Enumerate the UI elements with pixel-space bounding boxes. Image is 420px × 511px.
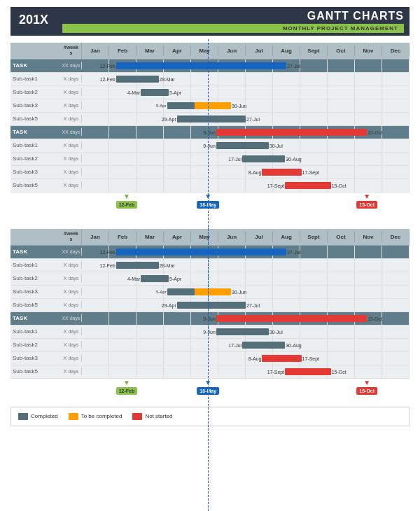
subtask-2-2: Sub-task2 X days 17-Jul 30-Aug	[10, 153, 410, 166]
subtask-2-1-days: X days	[61, 141, 82, 149]
month2-jan: Jan	[82, 232, 109, 242]
task2-2-timeline: 9-Jun 15-Oct	[82, 312, 410, 325]
task-row-2: TASK XX days 9-Jun 15-Oct	[10, 126, 410, 139]
gantt-header-row-1: #weeks Jan Feb Mar Apr May Jun Jul Aug S…	[10, 43, 410, 59]
subtask2-1-5-timeline: 29-Apr 27-Jul	[82, 299, 410, 312]
subtask2-1-3-days: X days	[61, 288, 82, 295]
subtask2-1-1: Sub-task1 X days 12-Feb 28-Mar	[10, 259, 410, 272]
month-sept: Sept	[300, 46, 328, 56]
task2-1-timeline: 12-Feb 27-Jul	[82, 246, 410, 258]
subtask2-1-2-timeline: 4-Mar 5-Apr	[82, 272, 410, 285]
subtask2-1-5-name: Sub-task5	[10, 300, 61, 309]
subtask-1-2-timeline: 4-Mar 5-Apr	[82, 86, 410, 99]
month2-feb: Feb	[109, 232, 136, 242]
subtask2-2-2: Sub-task2 X days 17-Jul 30-Aug	[10, 339, 410, 352]
subtask-2-2-days: X days	[61, 155, 82, 162]
subtask-2-5-timeline: 17-Sept 15-Oct	[82, 179, 410, 192]
month2-jul: Jul	[246, 232, 273, 242]
col-header-task	[10, 48, 61, 52]
subtask-1-5-name: Sub-task5	[10, 114, 61, 123]
subtask2-1-2-name: Sub-task2	[10, 274, 61, 283]
subtask-1-3-name: Sub-task3	[10, 101, 61, 110]
subtask-2-3: Sub-task3 X days 8-Aug 17-Sept	[10, 166, 410, 179]
subtask-2-3-name: Sub-task3	[10, 167, 61, 176]
subtask-2-2-name: Sub-task2	[10, 154, 61, 163]
task2-2-name: TASK	[10, 314, 61, 323]
month2-mar: Mar	[136, 232, 164, 242]
col-header-weeks: #weeks	[61, 43, 82, 59]
header-main-title: GANTT CHARTS	[307, 10, 404, 22]
subtask2-2-1-days: X days	[61, 328, 82, 335]
subtask2-1-3: Sub-task3 X days 5-Apr 30-Jun	[10, 286, 410, 299]
subtask2-2-3-timeline: 8-Aug 17-Sept	[82, 352, 410, 365]
subtask2-2-1: Sub-task1 X days 9-Jun 30-Jul	[10, 326, 410, 339]
subtask2-2-2-name: Sub-task2	[10, 340, 61, 349]
subtask2-1-5-days: X days	[61, 301, 82, 309]
month2-nov: Nov	[355, 232, 382, 242]
subtask-1-2: Sub-task2 X days 4-Mar 5-Apr	[10, 86, 410, 99]
task2-1-name: TASK	[10, 247, 61, 256]
task2-2-days: XX days	[61, 314, 82, 322]
task-1-days: XX days	[61, 62, 82, 69]
subtask2-1-1-days: X days	[61, 261, 82, 269]
month-apr: Apr	[164, 46, 191, 56]
subtask-1-5-timeline: 29-Apr 27-Jul	[82, 113, 410, 125]
subtask2-2-3: Sub-task3 X days 8-Aug 17-Sept	[10, 352, 410, 365]
subtask2-2-5-name: Sub-task5	[10, 367, 61, 376]
subtask-2-3-timeline: 8-Aug 17-Sept	[82, 166, 410, 178]
header: 201X GANTT CHARTS MONTHLY PROJECT MANAGE…	[10, 7, 410, 36]
task-1-name: TASK	[10, 61, 61, 70]
subtask-2-5-name: Sub-task5	[10, 181, 61, 190]
month-aug: Aug	[273, 46, 300, 56]
subtask-2-3-days: X days	[61, 168, 82, 176]
subtask2-1-1-timeline: 12-Feb 28-Mar	[82, 259, 410, 272]
subtask-1-1-days: X days	[61, 75, 82, 83]
task-2-days: XX days	[61, 128, 82, 136]
subtask2-1-1-name: Sub-task1	[10, 260, 61, 270]
month2-apr: Apr	[164, 232, 191, 242]
subtask-2-1-name: Sub-task1	[10, 141, 61, 150]
subtask-1-1-name: Sub-task1	[10, 74, 61, 83]
subtask2-2-5-timeline: 17-Sept 15-Oct	[82, 365, 410, 378]
subtask2-2-2-timeline: 17-Jul 30-Aug	[82, 339, 410, 351]
subtask-1-5: Sub-task5 X days 29-Apr 27-Jul	[10, 113, 410, 126]
subtask2-2-3-name: Sub-task3	[10, 354, 61, 363]
month-jun: Jun	[218, 46, 246, 56]
month2-oct: Oct	[328, 232, 355, 242]
task2-row-1: TASK XX days 12-Feb 27-Jul	[10, 246, 410, 259]
task-2-timeline: 9-Jun 15-Oct	[82, 126, 410, 139]
task-1-timeline: 12-Feb 27-Jul	[82, 59, 410, 72]
month-cols-1: Jan Feb Mar Apr May Jun Jul Aug Sept Oct…	[82, 46, 410, 56]
legend-notstarted-box	[132, 413, 142, 420]
subtask-2-1: Sub-task1 X days 9-Jun 30-Jul	[10, 139, 410, 153]
legend-notstarted: Not started	[132, 413, 172, 420]
month-nov: Nov	[355, 46, 382, 56]
subtask-2-1-timeline: 9-Jun 30-Jul	[82, 139, 410, 152]
subtask-1-1: Sub-task1 X days 12-Feb 28-Mar	[10, 73, 410, 86]
legend-completed: Completed	[18, 413, 58, 420]
month-jul: Jul	[246, 46, 273, 56]
month-jan: Jan	[82, 46, 109, 56]
subtask-1-1-timeline: 12-Feb 28-Mar	[82, 73, 410, 85]
col-header-task-2	[10, 234, 61, 239]
subtask2-1-5: Sub-task5 X days 29-Apr 27-Jul	[10, 299, 410, 312]
gantt-chart-2: #weeks Jan Feb Mar Apr May Jun Jul Aug S…	[10, 229, 410, 400]
subtask-1-5-days: X days	[61, 115, 82, 122]
legend-inprogress: To be completed	[69, 413, 122, 420]
month-feb: Feb	[109, 46, 136, 56]
legend-completed-box	[18, 413, 28, 420]
milestone-row-1: ▼ 12-Feb ▼ 18-May ▼ 15-Oct	[10, 192, 410, 214]
subtask-1-3: Sub-task3 X days 5-Apr 30-Jun	[10, 99, 410, 113]
subtask2-2-1-timeline: 9-Jun 30-Jul	[82, 326, 410, 338]
month-dec: Dec	[382, 46, 410, 56]
subtask-2-5: Sub-task5 X days 17-Sept 15-Oct	[10, 179, 410, 192]
task2-1-days: XX days	[61, 248, 82, 255]
subtask-2-5-days: X days	[61, 181, 82, 189]
task2-row-2: TASK XX days 9-Jun 15-Oct	[10, 312, 410, 326]
header-year: 201X	[10, 7, 57, 36]
subtask2-2-2-days: X days	[61, 341, 82, 349]
subtask2-1-3-name: Sub-task3	[10, 287, 61, 296]
subtask2-2-3-days: X days	[61, 354, 82, 362]
header-subtitle: MONTHLY PROJECT MANAGEMENT	[62, 24, 404, 33]
legend: Completed To be completed Not started	[10, 407, 410, 426]
